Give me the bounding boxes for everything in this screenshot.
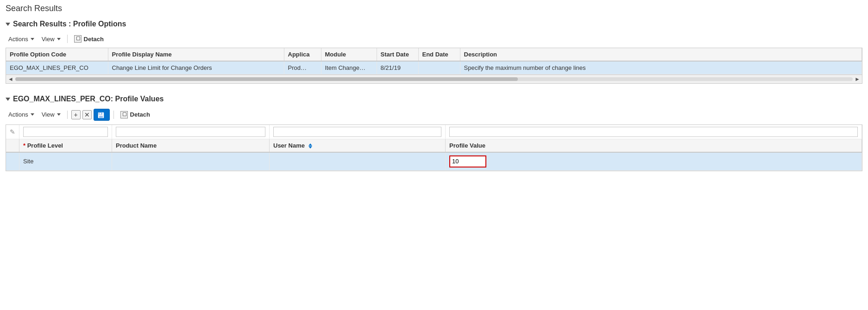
sort-up-icon[interactable] <box>308 143 312 146</box>
page-container: Search Results Search Results : Profile … <box>0 0 868 310</box>
col-profile-level: * Profile Level <box>19 139 112 152</box>
col-application: Applica <box>284 48 321 61</box>
view-chevron-icon-2 <box>57 113 61 116</box>
cell-start-date: 8/21/19 <box>377 61 418 74</box>
cell-description: Specify the maximum number of change lin… <box>460 61 862 74</box>
cell-profile-display-name: Change Line Limit for Change Orders <box>108 61 284 74</box>
col-profile-option-code: Profile Option Code <box>6 48 108 61</box>
cell-s2-profile-level: Site <box>19 152 112 171</box>
collapse-icon-section2[interactable] <box>6 98 10 101</box>
col-description: Description <box>460 48 862 61</box>
col-end-date: End Date <box>418 48 460 61</box>
filter-cell-user-name <box>270 125 446 139</box>
filter-input-profile-level[interactable] <box>23 127 108 137</box>
add-row-button[interactable]: + <box>71 110 81 119</box>
view-chevron-icon <box>57 38 61 40</box>
filter-input-profile-value[interactable] <box>449 127 858 137</box>
filter-row: ✎ <box>6 125 862 139</box>
page-title: Search Results <box>6 4 862 15</box>
cell-edit <box>6 152 19 171</box>
horizontal-scrollbar-section1[interactable]: ◄ ► <box>6 74 862 83</box>
filter-cell-profile-value <box>446 125 862 139</box>
scroll-left-icon[interactable]: ◄ <box>8 76 13 82</box>
section-profile-values: EGO_MAX_LINES_PER_CO: Profile Values Act… <box>6 95 862 171</box>
section2-header: EGO_MAX_LINES_PER_CO: Profile Values <box>6 95 862 103</box>
col-profile-value: Profile Value <box>446 139 862 152</box>
filter-input-user-name[interactable] <box>273 127 441 137</box>
actions-chevron-icon <box>31 38 34 40</box>
cell-profile-option-code: EGO_MAX_LINES_PER_CO <box>6 61 108 74</box>
cell-s2-user-name <box>270 152 446 171</box>
section1-header: Search Results : Profile Options <box>6 20 862 28</box>
save-button[interactable] <box>94 109 110 121</box>
profile-value-input[interactable] <box>449 155 486 167</box>
table-row[interactable]: Site <box>6 152 862 171</box>
scroll-right-icon[interactable]: ► <box>855 76 860 82</box>
section-profile-options: Search Results : Profile Options Actions… <box>6 20 862 84</box>
col-module: Module <box>321 48 377 61</box>
filter-cell-profile-level <box>19 125 112 139</box>
svg-rect-2 <box>99 116 103 118</box>
sort-arrows-user-name[interactable] <box>308 143 312 149</box>
sort-down-icon[interactable] <box>308 146 312 149</box>
detach-icon-section1 <box>74 35 82 43</box>
toolbar-section2: Actions View + ✕ Detach <box>6 107 862 123</box>
filter-input-product-name[interactable] <box>116 127 265 137</box>
toolbar-section1: Actions View Detach <box>6 32 862 46</box>
table-header-row-section1: Profile Option Code Profile Display Name… <box>6 48 862 61</box>
toolbar-separator2 <box>67 111 68 119</box>
actions-button-section2[interactable]: Actions <box>6 110 37 119</box>
scrollbar-thumb[interactable] <box>15 77 518 81</box>
filter-cell-product-name <box>112 125 270 139</box>
col-start-date: Start Date <box>377 48 418 61</box>
toolbar-separator1 <box>67 35 68 43</box>
collapse-icon-section1[interactable] <box>6 23 10 26</box>
cell-module: Item Change… <box>321 61 377 74</box>
svg-rect-3 <box>100 113 101 114</box>
cell-application: Prod… <box>284 61 321 74</box>
col-product-name: Product Name <box>112 139 270 152</box>
detach-icon-section2 <box>120 111 128 118</box>
pencil-cell: ✎ <box>6 125 19 139</box>
actions-button-section1[interactable]: Actions <box>6 34 37 44</box>
col-user-name: User Name <box>270 139 446 152</box>
detach-button-section2[interactable]: Detach <box>118 110 153 120</box>
col-profile-display-name: Profile Display Name <box>108 48 284 61</box>
save-icon <box>98 112 104 118</box>
table-section2: ✎ <box>6 124 862 171</box>
cell-s2-profile-value <box>446 152 862 171</box>
col-edit <box>6 139 19 152</box>
cell-end-date <box>418 61 460 74</box>
delete-row-button[interactable]: ✕ <box>82 110 92 119</box>
cell-s2-product-name <box>112 152 270 171</box>
actions-chevron-icon-2 <box>31 113 34 116</box>
toolbar-separator3 <box>113 111 114 119</box>
view-button-section1[interactable]: View <box>39 34 63 44</box>
detach-button-section1[interactable]: Detach <box>71 34 107 44</box>
table-section1: Profile Option Code Profile Display Name… <box>6 48 862 84</box>
table-row[interactable]: EGO_MAX_LINES_PER_CO Change Line Limit f… <box>6 61 862 74</box>
table-header-row-section2: * Profile Level Product Name User Name <box>6 139 862 152</box>
view-button-section2[interactable]: View <box>39 110 63 119</box>
